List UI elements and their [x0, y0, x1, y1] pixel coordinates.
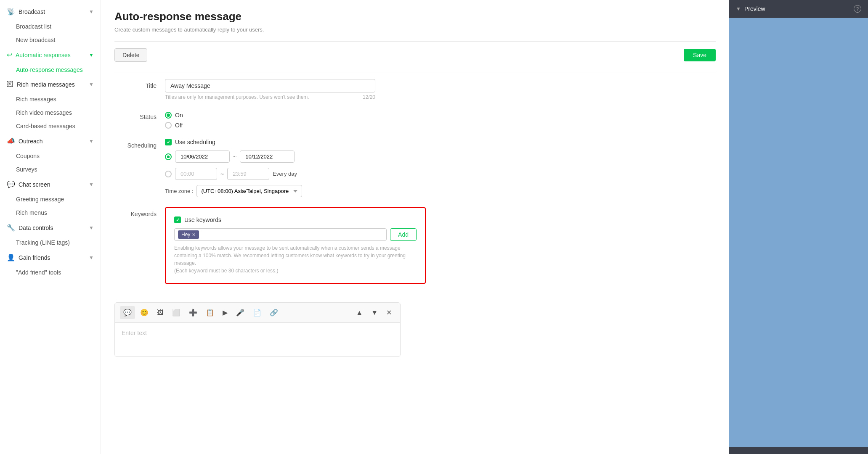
keywords-text-input[interactable] — [201, 231, 383, 238]
toolbar-audio-btn[interactable]: 🎤 — [233, 306, 248, 319]
message-toolbar: 💬 😊 🖼 ⬜ ➕ 📋 ▶ 🎤 📄 🔗 ▲ ▼ ✕ — [115, 303, 400, 323]
date-to-input[interactable] — [240, 150, 295, 163]
delete-button[interactable]: Delete — [114, 48, 147, 62]
rich-media-arrow: ▼ — [89, 82, 94, 87]
time-sep: ~ — [220, 171, 224, 177]
sidebar-item-card-based[interactable]: Card-based messages — [0, 119, 101, 133]
date-from-input[interactable] — [175, 150, 230, 163]
toolbar-card-btn[interactable]: ⬜ — [169, 306, 184, 319]
broadcast-arrow: ▼ — [89, 9, 94, 15]
sidebar-item-rich-media[interactable]: 🖼 Rich media messages ▼ — [0, 77, 101, 92]
outreach-arrow: ▼ — [89, 138, 94, 144]
toolbar-up-btn[interactable]: ▲ — [353, 306, 366, 319]
new-broadcast-label: New broadcast — [16, 37, 55, 43]
sidebar-item-broadcast-label: Broadcast — [19, 8, 45, 15]
sidebar-item-broadcast-list[interactable]: Broadcast list — [0, 20, 101, 33]
time-radio[interactable] — [165, 171, 172, 177]
time-from-input[interactable] — [175, 168, 217, 180]
greeting-label: Greeting message — [16, 196, 64, 203]
preview-body — [729, 18, 868, 447]
date-radio[interactable] — [165, 153, 172, 160]
keywords-tag-input[interactable]: Hey ✕ — [174, 228, 387, 241]
toolbar-template-btn[interactable]: 📋 — [202, 306, 218, 319]
gain-friends-icon: 👤 — [7, 253, 15, 261]
timezone-label: Time zone : — [165, 188, 193, 194]
preview-collapse-icon[interactable]: ▼ — [736, 6, 741, 12]
page-title: Auto-response message — [114, 10, 716, 23]
keywords-row: Keywords Use keywords Hey ✕ Add — [114, 207, 716, 292]
message-body[interactable]: Enter text — [115, 323, 400, 356]
rich-video-label: Rich video messages — [16, 109, 72, 116]
data-controls-arrow: ▼ — [89, 225, 94, 231]
status-on-row[interactable]: On — [165, 112, 375, 119]
timezone-select[interactable]: (UTC+08:00) Asia/Taipei, Singapore — [196, 185, 302, 197]
use-keywords-checkbox[interactable] — [174, 216, 181, 223]
sidebar-item-rich-messages[interactable]: Rich messages — [0, 92, 101, 106]
use-scheduling-row[interactable]: Use scheduling — [165, 139, 375, 145]
sidebar-item-surveys[interactable]: Surveys — [0, 163, 101, 176]
status-radio-group: On Off — [165, 110, 375, 129]
chat-screen-icon: 💬 — [7, 180, 15, 188]
sidebar-item-tracking[interactable]: Tracking (LINE tags) — [0, 236, 101, 249]
time-to-input[interactable] — [227, 168, 269, 180]
main-content: Auto-response message Create custom mess… — [101, 0, 729, 454]
sidebar-item-gain-friends[interactable]: 👤 Gain friends ▼ — [0, 249, 101, 266]
save-button[interactable]: Save — [684, 49, 716, 61]
toolbar-list-btn[interactable]: 📄 — [250, 306, 265, 319]
status-content: On Off — [165, 110, 375, 129]
chat-screen-label: Chat screen — [19, 181, 50, 188]
toolbar-emoji-btn[interactable]: 😊 — [137, 306, 152, 319]
help-icon: ? — [856, 6, 859, 11]
use-scheduling-checkbox[interactable] — [165, 139, 172, 145]
keyword-tag-remove[interactable]: ✕ — [192, 232, 196, 238]
status-off-radio[interactable] — [165, 122, 172, 129]
rich-messages-label: Rich messages — [16, 96, 56, 103]
toolbar-add-btn[interactable]: ➕ — [186, 306, 201, 319]
sidebar-item-new-broadcast[interactable]: New broadcast — [0, 33, 101, 47]
sidebar-item-coupons[interactable]: Coupons — [0, 149, 101, 163]
sidebar-item-rich-video[interactable]: Rich video messages — [0, 106, 101, 119]
sidebar-item-chat-screen[interactable]: 💬 Chat screen ▼ — [0, 176, 101, 193]
preview-help-button[interactable]: ? — [854, 5, 861, 13]
use-keywords-row[interactable]: Use keywords — [174, 216, 417, 223]
auto-response-messages-label: Auto-response messages — [16, 66, 83, 73]
automatic-responses-arrow: ▼ — [89, 52, 94, 58]
sidebar-item-data-controls[interactable]: 🔧 Data controls ▼ — [0, 219, 101, 236]
title-input[interactable] — [165, 79, 375, 92]
preview-title: Preview — [744, 5, 765, 12]
toolbar-close-btn[interactable]: ✕ — [383, 306, 395, 319]
toolbar-down-btn[interactable]: ▼ — [368, 306, 381, 319]
outreach-label: Outreach — [19, 138, 43, 145]
sidebar-item-add-friend[interactable]: "Add friend" tools — [0, 266, 101, 279]
sidebar-item-outreach[interactable]: 📣 Outreach ▼ — [0, 133, 101, 149]
keywords-hint: Enabling keywords allows your message to… — [174, 244, 417, 275]
sidebar-item-rich-menus[interactable]: Rich menus — [0, 206, 101, 219]
status-on-label: On — [175, 112, 183, 119]
keywords-box: Use keywords Hey ✕ Add Enabling keywords… — [165, 207, 426, 284]
add-friend-label: "Add friend" tools — [16, 269, 61, 276]
keyword-tag-text: Hey — [181, 232, 190, 238]
automatic-responses-icon: ↩ — [7, 51, 12, 59]
add-keyword-button[interactable]: Add — [390, 228, 417, 241]
card-based-label: Card-based messages — [16, 123, 75, 129]
status-on-radio[interactable] — [165, 112, 172, 119]
every-day-label: Every day — [273, 171, 297, 177]
toolbar-video-btn[interactable]: ▶ — [219, 306, 231, 319]
data-controls-icon: 🔧 — [7, 224, 15, 232]
toolbar-link-btn[interactable]: 🔗 — [266, 306, 281, 319]
toolbar-chat-btn[interactable]: 💬 — [120, 306, 135, 319]
sidebar-item-greeting[interactable]: Greeting message — [0, 193, 101, 206]
sidebar-item-automatic-responses[interactable]: ↩ Automatic responses ▼ — [0, 47, 101, 63]
toolbar-right: ▲ ▼ ✕ — [353, 306, 395, 319]
keyword-tag-hey: Hey ✕ — [178, 230, 199, 239]
sidebar-item-auto-response-messages[interactable]: Auto-response messages — [0, 63, 101, 77]
tracking-label: Tracking (LINE tags) — [16, 239, 70, 246]
gain-friends-label: Gain friends — [19, 254, 50, 261]
status-label: Status — [114, 110, 165, 120]
status-off-row[interactable]: Off — [165, 122, 375, 129]
status-row: Status On Off — [114, 110, 716, 129]
toolbar-image-btn[interactable]: 🖼 — [154, 306, 167, 319]
scheduling-label: Scheduling — [114, 139, 165, 149]
title-label: Title — [114, 79, 165, 89]
sidebar-item-broadcast[interactable]: 📡 Broadcast ▼ — [0, 3, 101, 20]
